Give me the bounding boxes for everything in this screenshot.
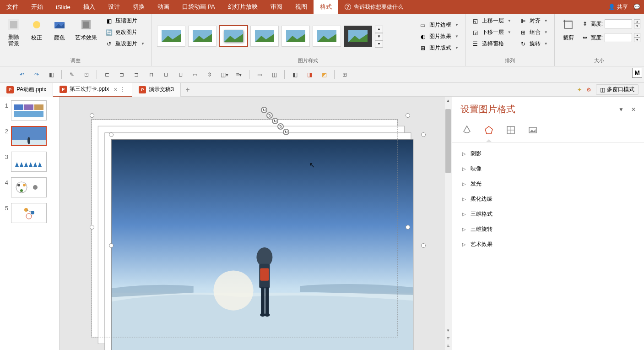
scroll-up-button[interactable]: ▲	[444, 97, 452, 104]
accordion-artistic[interactable]: ▷艺术效果	[452, 237, 644, 252]
crop-button[interactable]: 裁剪	[558, 16, 579, 44]
resize-handle[interactable]	[421, 243, 426, 248]
accordion-3d-format[interactable]: ▷三维格式	[452, 207, 644, 222]
tab-menu-icon[interactable]: ⋮	[120, 86, 125, 93]
tab-format[interactable]: 格式	[314, 0, 338, 14]
share-button[interactable]: 👤 共享	[608, 3, 628, 11]
change-picture-button[interactable]: 🔄更改图片	[103, 27, 147, 38]
height-up[interactable]: ▲	[634, 19, 640, 24]
panel-dropdown-icon[interactable]: ▼	[618, 106, 624, 113]
comments-icon[interactable]: 💬	[633, 4, 640, 10]
rotation-handle[interactable]: ↻	[266, 112, 273, 119]
resize-handle[interactable]	[406, 225, 410, 230]
tab-view[interactable]: 视图	[289, 0, 314, 14]
height-input[interactable]	[605, 19, 632, 28]
selected-images[interactable]	[87, 110, 424, 350]
tab-file[interactable]: 文件	[0, 0, 25, 14]
rotation-handle[interactable]: ↻	[261, 107, 267, 113]
tab-transition[interactable]: 切换	[126, 0, 151, 14]
reset-picture-button[interactable]: ↺重设图片▼	[103, 38, 147, 49]
panel-close-button[interactable]: ✕	[631, 106, 636, 113]
artistic-effects-button[interactable]: 艺术效果	[72, 16, 100, 44]
resize-handle[interactable]	[90, 225, 94, 230]
qat-btn-20[interactable]: ◩	[318, 68, 330, 81]
qat-btn-21[interactable]: ⊞	[338, 68, 351, 81]
align-right-button[interactable]: ⊐	[130, 68, 143, 81]
height-down[interactable]: ▼	[634, 24, 640, 28]
style-preset-4[interactable]	[250, 26, 279, 47]
slide-thumb-5[interactable]: 5	[2, 203, 57, 223]
align-middle-button[interactable]: ⊔	[159, 68, 172, 81]
corrections-button[interactable]: 校正	[27, 16, 47, 44]
rotation-handle[interactable]: ↻	[283, 129, 289, 135]
accordion-reflection[interactable]: ▷映像	[452, 161, 644, 176]
compress-pictures-button[interactable]: ◧压缩图片	[103, 16, 147, 26]
distribute-v-button[interactable]: ⇳	[203, 68, 216, 81]
tab-islide[interactable]: iSlide	[49, 0, 77, 14]
tab-home[interactable]: 开始	[25, 0, 49, 14]
qat-dropdown-2[interactable]: ≡▾	[233, 68, 245, 81]
tab-design[interactable]: 设计	[102, 0, 126, 14]
qat-btn-16[interactable]: ▭	[253, 68, 266, 81]
align-center-h-button[interactable]: ⊐	[115, 68, 128, 81]
qat-btn-5[interactable]: ⊡	[80, 68, 93, 81]
align-bottom-button[interactable]: ⊔	[174, 68, 187, 81]
fill-line-tab[interactable]	[460, 124, 473, 137]
slide-thumb-3[interactable]: 3	[2, 152, 57, 172]
rotate-button[interactable]: ↻旋转▼	[517, 38, 551, 49]
slide-canvas[interactable]: ↻ ↻ ↻ ↻ ↻ ↖ ▲ ▼ ⇈ ⇊	[60, 97, 452, 350]
resize-handle[interactable]	[90, 113, 94, 118]
width-input[interactable]	[605, 33, 632, 42]
accordion-3d-rotation[interactable]: ▷三维旋转	[452, 222, 644, 237]
redo-button[interactable]: ↷	[30, 68, 43, 81]
tab-slideshow[interactable]: 幻灯片放映	[222, 0, 264, 14]
send-backward-button[interactable]: ◲下移一层▼	[469, 27, 514, 38]
picture-tab[interactable]	[526, 124, 539, 137]
doc-tab-2[interactable]: P 第三次打卡.pptx × ⋮	[53, 83, 132, 97]
tab-review[interactable]: 审阅	[264, 0, 289, 14]
gallery-down[interactable]: ▼	[375, 33, 383, 40]
style-preset-1[interactable]	[157, 26, 185, 47]
align-left-button[interactable]: ⊏	[101, 68, 114, 81]
gallery-up[interactable]: ▲	[375, 26, 383, 33]
close-tab-button[interactable]: ×	[114, 86, 117, 93]
size-properties-tab[interactable]	[504, 124, 517, 137]
picture-border-button[interactable]: ▭图片边框▼	[417, 20, 461, 30]
align-top-button[interactable]: ⊓	[145, 68, 157, 81]
slide-thumb-2[interactable]: 2	[2, 126, 57, 146]
slide-thumb-1[interactable]: 1	[2, 100, 57, 120]
tab-animation[interactable]: 动画	[151, 0, 176, 14]
eyedropper-button[interactable]: ✎	[65, 68, 78, 81]
rotation-handle[interactable]: ↻	[272, 118, 278, 124]
gear-icon[interactable]: ⚙	[586, 87, 591, 93]
style-preset-5[interactable]	[281, 26, 310, 47]
width-down[interactable]: ▼	[634, 38, 640, 42]
vertical-scrollbar[interactable]: ▲ ▼ ⇈ ⇊	[444, 97, 452, 350]
undo-button[interactable]: ↶	[16, 68, 28, 81]
tab-insert[interactable]: 插入	[77, 0, 102, 14]
selection-pane-button[interactable]: ☰选择窗格	[469, 38, 514, 49]
qat-dropdown-1[interactable]: ◫▾	[218, 68, 231, 81]
gallery-more[interactable]: ▾	[375, 40, 383, 48]
accordion-glow[interactable]: ▷发光	[452, 176, 644, 191]
style-preset-6[interactable]	[313, 26, 341, 47]
style-preset-3[interactable]	[219, 26, 248, 47]
picture-effects-button[interactable]: ◐图片效果▼	[417, 31, 461, 42]
style-preset-7[interactable]	[344, 26, 372, 47]
prev-slide-button[interactable]: ⇈	[444, 334, 452, 342]
scroll-thumb[interactable]	[445, 109, 451, 173]
color-button[interactable]: 颜色	[49, 16, 70, 44]
add-tab-button[interactable]: +	[181, 86, 195, 94]
picture-layout-button[interactable]: ⊞图片版式▼	[417, 43, 461, 53]
qat-btn-17[interactable]: ◫	[268, 68, 281, 81]
next-slide-button[interactable]: ⇊	[444, 342, 452, 350]
accordion-soft-edges[interactable]: ▷柔化边缘	[452, 191, 644, 207]
effects-tab[interactable]	[482, 124, 495, 137]
resize-handle[interactable]	[406, 113, 410, 118]
tab-pa[interactable]: 口袋动画 PA	[176, 0, 222, 14]
doc-tab-1[interactable]: P PA动画.pptx	[0, 83, 53, 97]
qat-btn-3[interactable]: ◧	[45, 68, 58, 81]
accordion-shadow[interactable]: ▷阴影	[452, 146, 644, 161]
resize-handle[interactable]	[421, 132, 426, 137]
qat-btn-19[interactable]: ◨	[303, 68, 316, 81]
